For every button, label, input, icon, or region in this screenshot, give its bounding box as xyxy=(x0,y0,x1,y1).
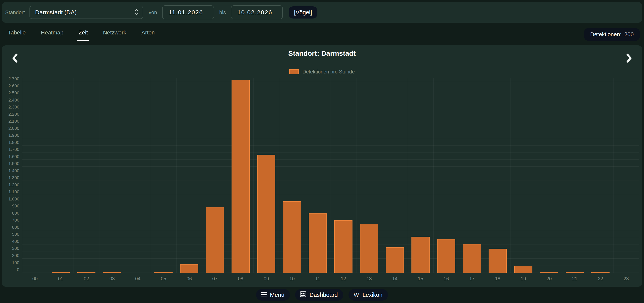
bar-hour-15[interactable] xyxy=(412,237,430,273)
species-filter-button[interactable]: [Vögel] xyxy=(289,6,317,18)
tab-heatmap[interactable]: Heatmap xyxy=(40,27,65,41)
x-tick-label: 07 xyxy=(202,276,228,282)
y-tick-label: 400 xyxy=(2,239,19,244)
bar-hour-05[interactable] xyxy=(154,272,172,273)
bar-hour-08[interactable] xyxy=(232,80,250,273)
x-tick-label: 11 xyxy=(305,276,330,282)
x-tick-label: 23 xyxy=(613,276,639,282)
x-gridline xyxy=(485,78,485,273)
chart-legend[interactable]: Detektionen pro Stunde xyxy=(2,69,642,75)
dashboard-button-label: Dashboard xyxy=(310,292,338,298)
dashboard-button[interactable]: Dashboard xyxy=(295,289,343,301)
menu-button[interactable]: Menü xyxy=(256,289,290,301)
y-tick-label: 2.000 xyxy=(2,126,19,131)
legend-label: Detektionen pro Stunde xyxy=(302,69,355,75)
y-tick-label: 2.500 xyxy=(2,90,19,96)
bar-hour-11[interactable] xyxy=(309,213,326,273)
x-tick-label: 10 xyxy=(279,276,305,282)
y-tick-label: 0 xyxy=(2,267,19,272)
tab-arten[interactable]: Arten xyxy=(140,27,156,41)
bar-hour-17[interactable] xyxy=(463,244,481,273)
x-gridline xyxy=(639,78,639,273)
standort-label: Standort xyxy=(5,9,25,15)
y-tick-label: 1.100 xyxy=(2,189,19,195)
bar-hour-07[interactable] xyxy=(206,207,224,273)
x-gridline xyxy=(228,78,228,273)
x-tick-label: 22 xyxy=(588,276,613,282)
y-tick-label: 1.300 xyxy=(2,175,19,180)
bar-hour-16[interactable] xyxy=(437,239,455,273)
tab-tabelle[interactable]: Tabelle xyxy=(7,27,27,41)
x-tick-label: 04 xyxy=(125,276,151,282)
bar-hour-14[interactable] xyxy=(386,247,404,273)
y-tick-label: 100 xyxy=(2,260,19,265)
bar-hour-20[interactable] xyxy=(540,272,558,273)
menu-button-label: Menü xyxy=(270,292,284,298)
bar-hour-21[interactable] xyxy=(566,272,584,273)
x-gridline xyxy=(613,78,614,273)
bar-hour-06[interactable] xyxy=(180,264,198,273)
tab-zeit[interactable]: Zeit xyxy=(77,27,89,41)
y-tick-label: 2.400 xyxy=(2,98,19,103)
x-tick-label: 01 xyxy=(48,276,74,282)
y-tick-label: 600 xyxy=(2,225,19,230)
y-tick-label: 2.300 xyxy=(2,104,19,110)
select-updown-icon xyxy=(134,8,139,16)
y-tick-label: 1.400 xyxy=(2,168,19,173)
chart-title: Standort: Darmstadt xyxy=(2,49,642,57)
y-tick-label: 1.800 xyxy=(2,140,19,145)
chart-card: Standort: Darmstadt Detektionen pro Stun… xyxy=(2,45,642,287)
bar-hour-19[interactable] xyxy=(514,266,532,273)
x-tick-label: 21 xyxy=(562,276,588,282)
bar-hour-18[interactable] xyxy=(488,249,506,273)
lexikon-button[interactable]: W Lexikon xyxy=(348,289,388,301)
menu-icon xyxy=(261,292,267,298)
bar-hour-01[interactable] xyxy=(52,272,70,273)
x-gridline xyxy=(202,78,202,273)
x-gridline xyxy=(48,78,48,273)
filter-toolbar: Standort Darmstadt (DA) von 11.01.2026 b… xyxy=(2,2,642,23)
x-tick-label: 15 xyxy=(408,276,434,282)
x-tick-label: 00 xyxy=(22,276,48,282)
plot-area: 01002003004005006007008009001.0001.1001.… xyxy=(22,78,639,273)
tab-netzwerk[interactable]: Netzwerk xyxy=(102,27,128,41)
x-gridline xyxy=(176,78,176,273)
x-tick-label: 16 xyxy=(434,276,459,282)
y-tick-label: 1.200 xyxy=(2,182,19,188)
y-tick-label: 2.200 xyxy=(2,112,19,117)
date-from-input[interactable]: 11.01.2026 xyxy=(162,5,214,19)
x-gridline xyxy=(356,78,356,273)
bar-hour-09[interactable] xyxy=(257,155,275,273)
bar-hour-10[interactable] xyxy=(283,201,301,273)
bis-label: bis xyxy=(219,9,226,15)
y-tick-label: 2.600 xyxy=(2,83,19,89)
y-tick-label: 1.700 xyxy=(2,147,19,152)
x-gridline xyxy=(305,78,305,273)
bar-hour-03[interactable] xyxy=(103,272,121,273)
x-gridline xyxy=(408,78,408,273)
y-tick-label: 500 xyxy=(2,232,19,237)
bar-hour-12[interactable] xyxy=(334,220,352,273)
x-tick-label: 18 xyxy=(485,276,510,282)
x-gridline xyxy=(125,78,125,273)
y-tick-label: 1.500 xyxy=(2,161,19,166)
x-gridline xyxy=(382,78,382,273)
location-select[interactable]: Darmstadt (DA) xyxy=(30,6,143,19)
bar-hour-22[interactable] xyxy=(592,272,609,273)
x-tick-label: 19 xyxy=(510,276,536,282)
y-tick-label: 700 xyxy=(2,218,19,223)
x-tick-label: 03 xyxy=(99,276,125,282)
x-tick-label: 09 xyxy=(254,276,279,282)
next-location-button[interactable] xyxy=(623,52,635,64)
x-tick-label: 17 xyxy=(459,276,485,282)
detections-badge-value: 200 xyxy=(624,31,634,38)
y-tick-label: 1.000 xyxy=(2,197,19,202)
bar-hour-02[interactable] xyxy=(77,272,95,273)
location-select-value: Darmstadt (DA) xyxy=(35,9,76,16)
date-to-input[interactable]: 10.02.2026 xyxy=(231,5,283,19)
x-gridline xyxy=(254,78,254,273)
date-to-value: 10.02.2026 xyxy=(237,9,272,16)
x-gridline xyxy=(22,78,22,273)
bar-hour-13[interactable] xyxy=(360,224,378,273)
detections-badge-label: Detektionen: xyxy=(590,31,622,38)
